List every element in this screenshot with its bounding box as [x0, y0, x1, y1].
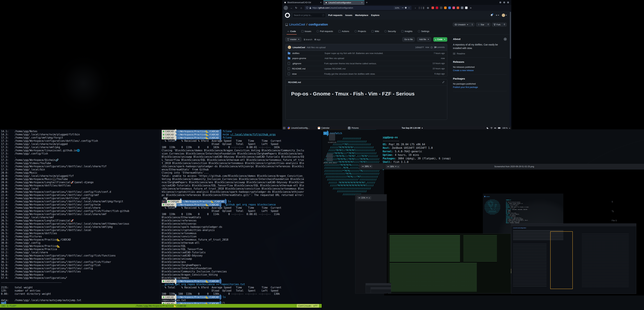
fork-button[interactable]: Fork	[492, 23, 502, 26]
tab-settings[interactable]: Settings	[416, 28, 432, 34]
url-bar[interactable]: https://github.com/LinuxIsCool/configura…	[304, 6, 412, 10]
tag-count[interactable]: 0 tags	[314, 38, 320, 41]
go-to-file-button[interactable]: Go to file	[402, 37, 415, 42]
header-nav-pull-requests[interactable]: Pull requests	[328, 14, 342, 16]
reload-button[interactable]: ↻	[294, 6, 298, 10]
shield-ext-icon[interactable]	[448, 6, 451, 9]
window-buttons[interactable]	[500, 0, 511, 5]
unwatch-button[interactable]: Unwatch	[453, 23, 470, 26]
commit-message-link[interactable]: Add files via upload	[306, 46, 326, 49]
desktop-icon-shots-and-docs[interactable]: shots_and_docs	[323, 154, 336, 164]
star-button[interactable]: ☆Star	[476, 23, 486, 26]
scrollbar[interactable]	[510, 12, 511, 59]
tab-linuxiscool-configuration[interactable]: LinuxIsCool/configuration ✕	[323, 0, 364, 5]
new-tab-button[interactable]: +	[364, 0, 369, 5]
fork-count[interactable]: 0	[502, 23, 507, 26]
tab-blockscience[interactable]: BlockScience/cadCAD-Od ✕	[282, 0, 323, 5]
file-commit-message[interactable]: Update README.md	[324, 68, 430, 70]
zoom-out-icon[interactable]	[358, 198, 360, 198]
file-name-link[interactable]: popos-gnome	[292, 57, 322, 60]
table-row[interactable]: README.mdUpdate README.md15 hours ago	[286, 66, 447, 71]
table-row[interactable]: dotfilesSuper supe up my fish with fzf. …	[286, 51, 447, 56]
bird-ext-icon[interactable]	[452, 6, 455, 9]
file-name-link[interactable]: stow	[292, 73, 322, 75]
header-nav-explore[interactable]: Explore	[371, 14, 380, 16]
home-button[interactable]: ⌂	[299, 6, 303, 9]
tracking-shield-icon[interactable]	[306, 7, 308, 9]
table-row[interactable]: stowFinally got the structure down for d…	[286, 71, 447, 76]
branch-selector[interactable]: master	[285, 37, 301, 42]
shield-perm-icon[interactable]	[405, 7, 407, 9]
chevron-down-icon[interactable]	[370, 166, 371, 167]
zoom-in-icon[interactable]: +	[398, 166, 399, 168]
repo-owner-link[interactable]: LinuxIsCool	[289, 23, 305, 26]
cat-ext-icon[interactable]	[440, 6, 442, 9]
account-icon[interactable]: ◍	[427, 6, 429, 9]
file-name-link[interactable]: dotfiles	[292, 52, 322, 54]
tab-issues[interactable]: Issues	[299, 28, 313, 34]
file-name-link[interactable]: .gitignore	[292, 62, 322, 65]
library-icon[interactable]: ❘❘❘	[418, 6, 421, 9]
viewer-headerbar[interactable]: 38% + Screenshot from 2020-09-29 01-02-2…	[384, 164, 644, 170]
menu-icon[interactable]: ≡	[469, 6, 472, 9]
file-commit-message[interactable]: Super supe up my fish with fzf. Batterie…	[324, 52, 432, 54]
zoom-in-icon[interactable]: +	[368, 196, 370, 199]
create-release-link[interactable]: Create a new release	[453, 69, 507, 72]
adblock-icon[interactable]	[436, 6, 438, 9]
bookmark-star-icon[interactable]: ☆	[408, 6, 410, 9]
file-name-link[interactable]: README.md	[292, 68, 322, 70]
forward-button[interactable]: →	[289, 6, 293, 9]
tab-pull-requests[interactable]: Pull requests	[314, 28, 335, 34]
page-actions-icon[interactable]: •••	[402, 7, 404, 9]
autojump-pane[interactable]: 14.1: /home/ygg/Notes14.3: /home/ygg/.lo…	[0, 129, 161, 304]
tab-close-icon[interactable]: ✕	[361, 2, 363, 4]
branch-count[interactable]: 1 branch	[304, 38, 312, 41]
tray-caret[interactable]: ▴	[509, 127, 510, 129]
duckduckgo-icon[interactable]	[457, 6, 459, 9]
add-file-button[interactable]: Add file	[417, 37, 431, 42]
file-path-link[interactable]: ~/.local/share/fzf/github_orgs	[230, 133, 276, 136]
publish-package-link[interactable]: Publish your first package	[453, 86, 507, 88]
tab-code[interactable]: <>Code	[285, 28, 298, 34]
github-logo[interactable]	[285, 13, 290, 18]
zoom-control[interactable]: 21% +	[357, 196, 372, 200]
about-gear-icon[interactable]	[504, 38, 507, 40]
watch-count[interactable]: 1	[470, 23, 474, 26]
tab-security[interactable]: Security	[382, 28, 398, 34]
zoom-control[interactable]: 38% +	[386, 165, 400, 168]
readme-link[interactable]: Readme	[453, 52, 507, 55]
profile-menu[interactable]	[502, 14, 507, 17]
firefox-dev-icon[interactable]	[432, 6, 434, 9]
tab-close-icon[interactable]: ✕	[320, 1, 322, 4]
file-commit-message[interactable]: Add files via upload	[324, 57, 439, 60]
chevron-down-icon[interactable]	[395, 166, 396, 167]
table-row[interactable]: popos-gnomeAdd files via uploadnow	[286, 56, 447, 61]
github-search[interactable]: Search or jump to... /	[292, 13, 326, 18]
taskbar-clock[interactable]: Tue Sep 29 1:24 AM	[402, 127, 422, 129]
zoom-out-icon[interactable]	[362, 166, 364, 166]
tab-projects[interactable]: Projects	[352, 28, 368, 34]
zoom-control[interactable]: 38%	[360, 164, 373, 168]
zoom-out-icon[interactable]	[388, 166, 389, 167]
fish-pane[interactable]: CADCAD~/Workspace/Practice📐/CADCADfclone…	[160, 129, 322, 304]
header-nav-issues[interactable]: Issues	[345, 14, 352, 16]
commit-avatar[interactable]	[288, 46, 291, 49]
tab-actions[interactable]: Actions	[336, 28, 351, 34]
tab-insights[interactable]: Insights	[399, 28, 414, 34]
snowflake-ext-icon[interactable]	[461, 6, 464, 9]
create-new-button[interactable]: +	[496, 14, 499, 17]
file-commit-message[interactable]: Finally got the structure down for dotfi…	[324, 73, 432, 75]
clipboard-ext-icon[interactable]	[465, 6, 468, 9]
edit-readme-pencil-icon[interactable]	[442, 81, 444, 84]
header-nav-marketplace[interactable]: Marketplace	[355, 14, 368, 16]
metamask-icon[interactable]	[444, 6, 446, 9]
back-button[interactable]: ←	[284, 6, 288, 10]
star-count[interactable]: 0	[486, 23, 490, 26]
commits-count-link[interactable]: 19 commits	[434, 46, 445, 48]
tab-wiki[interactable]: Wiki	[370, 28, 381, 34]
status-tray[interactable]: 100 % ▴	[487, 127, 511, 129]
sidebar-icon[interactable]: ▯	[422, 6, 425, 9]
repo-name-link[interactable]: configuration	[308, 23, 328, 26]
commit-sha-link[interactable]: 2d9ddff	[415, 46, 424, 49]
desktop-icon-scratch[interactable]: scratch.txt	[326, 133, 338, 143]
